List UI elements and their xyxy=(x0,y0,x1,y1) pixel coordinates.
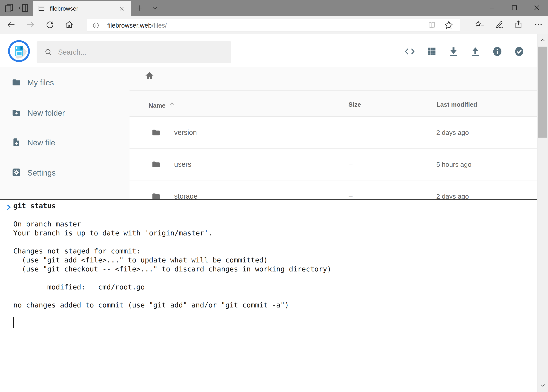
maximize-icon xyxy=(510,4,519,13)
tabs-preview-icon xyxy=(4,3,14,14)
plus-icon xyxy=(135,4,143,13)
browser-window: filebrowser xyxy=(0,0,548,392)
sidebar-item-label: New file xyxy=(28,138,55,147)
refresh-button[interactable] xyxy=(45,20,55,30)
maximize-button[interactable] xyxy=(505,0,523,16)
scroll-down-icon[interactable] xyxy=(537,379,548,392)
tab-preview-button[interactable] xyxy=(4,3,15,14)
column-header-size[interactable]: Size xyxy=(348,101,361,108)
address-path: /files/ xyxy=(152,22,167,29)
file-modified: 5 hours ago xyxy=(436,161,472,168)
listing-header-row: Name Size Last modified xyxy=(130,96,537,116)
sort-ascending-icon xyxy=(168,101,176,110)
file-plus-icon xyxy=(12,138,21,148)
back-button[interactable] xyxy=(6,20,16,30)
minimize-button[interactable] xyxy=(483,0,501,16)
address-separator xyxy=(104,21,104,29)
terminal-output: On branch master Your branch is up to da… xyxy=(13,220,331,310)
set-tabs-aside-button[interactable] xyxy=(18,3,29,14)
table-row-users[interactable]: users – 5 hours ago xyxy=(130,148,537,181)
sidebar-divider xyxy=(0,158,127,158)
file-modified: 2 days ago xyxy=(436,129,469,136)
close-button[interactable] xyxy=(528,0,546,16)
column-label: Name xyxy=(148,102,166,109)
sidebar-divider xyxy=(0,98,127,98)
prompt-chevron-icon xyxy=(6,203,12,212)
table-row-version[interactable]: version – 2 days ago xyxy=(130,117,537,148)
grid-view-icon[interactable] xyxy=(426,46,437,57)
chevron-down-icon xyxy=(151,4,159,13)
select-check-icon[interactable] xyxy=(514,46,525,57)
browser-tab[interactable]: filebrowser xyxy=(33,1,131,16)
file-name: version xyxy=(174,128,197,137)
breadcrumb-home-icon[interactable] xyxy=(144,70,155,81)
hub-button[interactable] xyxy=(475,20,485,30)
app-header xyxy=(0,34,537,67)
favorites-list-icon xyxy=(475,20,485,30)
terminal-command: git status xyxy=(13,202,56,210)
column-label: Last modified xyxy=(437,101,477,108)
pen-icon xyxy=(494,20,504,30)
reading-view-icon[interactable] xyxy=(427,20,437,31)
folder-plus-icon xyxy=(12,108,21,118)
scrollbar-thumb[interactable] xyxy=(538,47,548,138)
search-box[interactable] xyxy=(37,41,231,63)
download-icon[interactable] xyxy=(448,46,459,57)
address-url: filebrowser.web/files/ xyxy=(107,22,167,29)
sidebar-item-label: My files xyxy=(28,78,54,87)
new-tab-button[interactable] xyxy=(135,4,144,13)
sidebar-item-new-folder[interactable]: New folder xyxy=(12,105,65,121)
minimize-icon xyxy=(488,4,496,13)
folder-icon xyxy=(152,128,161,138)
listing-divider xyxy=(130,91,537,91)
terminal-panel[interactable]: git status On branch master Your branch … xyxy=(0,199,537,392)
sidebar-item-settings[interactable]: Settings xyxy=(12,165,56,181)
column-header-modified[interactable]: Last modified xyxy=(437,101,477,108)
address-domain: filebrowser.web xyxy=(107,22,152,29)
forward-icon xyxy=(26,20,35,30)
back-icon xyxy=(6,20,16,30)
page-scrollbar[interactable] xyxy=(537,34,548,392)
file-size: – xyxy=(349,160,353,168)
close-icon xyxy=(532,4,541,13)
sidebar-item-my-files[interactable]: My files xyxy=(12,74,54,91)
refresh-icon xyxy=(45,20,55,30)
column-label: Size xyxy=(348,101,361,108)
info-icon[interactable] xyxy=(492,46,503,57)
search-input[interactable] xyxy=(58,48,215,56)
folder-icon xyxy=(12,77,21,88)
share-icon xyxy=(513,20,523,30)
sidebar-item-label: New folder xyxy=(28,109,65,117)
sidebar-item-new-file[interactable]: New file xyxy=(12,134,55,151)
raw-code-icon[interactable] xyxy=(404,46,415,57)
file-size: – xyxy=(349,128,353,137)
tab-title: filebrowser xyxy=(50,5,78,12)
tab-preview-toggle[interactable] xyxy=(150,4,159,13)
site-info-icon[interactable] xyxy=(91,21,100,30)
address-bar[interactable]: filebrowser.web/files/ xyxy=(87,19,460,32)
set-tabs-aside-icon xyxy=(19,3,29,14)
column-header-name[interactable]: Name xyxy=(148,101,176,110)
tab-bar: filebrowser xyxy=(0,0,548,16)
upload-icon[interactable] xyxy=(470,46,481,57)
tab-favicon-icon xyxy=(38,5,45,13)
scroll-up-icon[interactable] xyxy=(537,34,548,47)
favorite-star-icon[interactable] xyxy=(444,20,454,31)
terminal-cursor xyxy=(13,317,14,328)
search-icon xyxy=(44,48,53,57)
annotate-button[interactable] xyxy=(494,20,504,30)
listing-rows: version – 2 days ago users – 5 hours ago… xyxy=(130,116,537,212)
folder-icon xyxy=(152,160,161,169)
home-icon xyxy=(64,20,74,30)
filebrowser-logo[interactable] xyxy=(8,40,30,62)
gear-icon xyxy=(12,168,21,178)
file-name: users xyxy=(174,160,191,168)
tab-close-icon[interactable] xyxy=(118,5,126,13)
more-icon xyxy=(534,20,543,30)
home-button[interactable] xyxy=(64,20,74,30)
share-button[interactable] xyxy=(513,20,524,30)
forward-button[interactable] xyxy=(25,20,36,30)
more-button[interactable] xyxy=(533,20,543,30)
sidebar-item-label: Settings xyxy=(28,168,56,177)
